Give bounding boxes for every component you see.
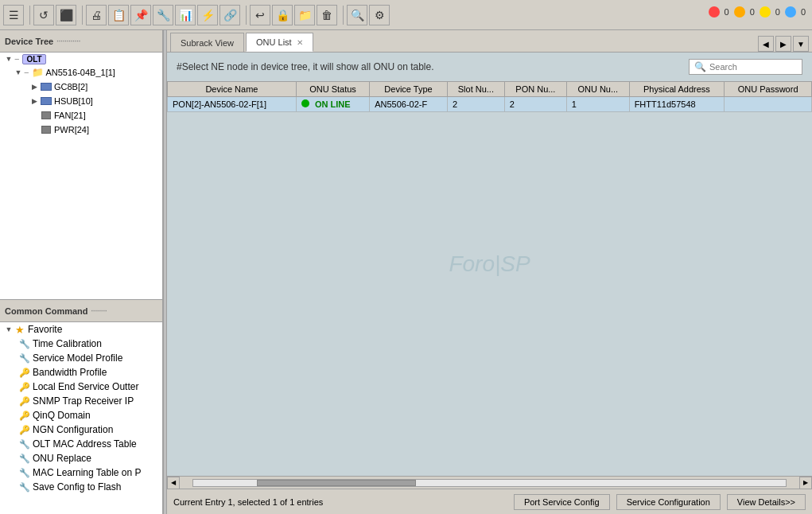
common-item-time-calibration[interactable]: 🔧 Time Calibration — [0, 337, 162, 351]
common-favorite-group[interactable]: ▼ ★ Favorite — [0, 322, 162, 337]
toolbar-pin-btn[interactable]: 📌 — [130, 5, 151, 25]
hscroll-left[interactable]: ◀ — [167, 477, 180, 489]
service-configuration-button[interactable]: Service Configuration — [616, 494, 721, 510]
tab-nav-prev[interactable]: ◀ — [758, 36, 774, 52]
right-panel: Subrack View ONU List ✕ ◀ ▶ ▼ #Select NE… — [167, 30, 812, 514]
table-row[interactable]: PON[2]-AN5506-02-F[1] ON LINE AN5506-02-… — [168, 97, 812, 112]
tab-close-icon[interactable]: ✕ — [297, 38, 303, 47]
cell-device-name: PON[2]-AN5506-02-F[1] — [168, 97, 297, 112]
bottom-bar: Current Entry 1, selected 1 of 1 entries… — [167, 489, 812, 514]
port-service-config-button[interactable]: Port Service Config — [514, 494, 610, 510]
ngn-label: NGN Configuration — [33, 424, 113, 435]
tab-onu-list-label: ONU List — [256, 37, 292, 47]
box-icon-hsub — [40, 95, 52, 107]
search-input[interactable] — [709, 62, 797, 72]
tree-item-hsub[interactable]: ▶ HSUB[10] — [0, 94, 162, 108]
common-command-title: Common Command — [5, 306, 88, 316]
onu-replace-label: ONU Replace — [33, 453, 91, 464]
col-slot-num: Slot Nu... — [447, 82, 504, 97]
search-icon: 🔍 — [694, 61, 706, 72]
table-container: Device Name ONU Status Device Type Slot … — [167, 81, 812, 476]
hscroll[interactable]: ◀ ▶ — [167, 476, 812, 489]
device-tree-header: Device Tree ············ — [0, 30, 162, 53]
tab-subrack-view[interactable]: Subrack View — [170, 33, 244, 52]
pwr-icon — [40, 123, 52, 136]
tl-orange-label: 0 — [750, 7, 755, 17]
tab-nav-dropdown[interactable]: ▼ — [793, 36, 809, 52]
common-item-service-model[interactable]: 🔧 Service Model Profile — [0, 351, 162, 365]
status-text: ON LINE — [315, 99, 351, 109]
tab-nav-next[interactable]: ▶ — [775, 36, 791, 52]
toolbar-sep-4 — [340, 6, 344, 25]
common-item-ngn[interactable]: 🔑 NGN Configuration — [0, 422, 162, 437]
toolbar-stop-btn[interactable]: ⬛ — [56, 5, 76, 25]
common-item-qinq[interactable]: 🔑 QinQ Domain — [0, 408, 162, 422]
box-icon-gc8b — [40, 80, 52, 93]
left-panel: Device Tree ············ ▼ − OLT ▼ − 📁 A… — [0, 30, 163, 514]
wrench-icon-time: 🔧 — [19, 338, 30, 349]
tree-item-gc8b[interactable]: ▶ GC8B[2] — [0, 80, 162, 94]
olt-mac-label: OLT MAC Address Table — [33, 438, 137, 450]
tree-expander-an5516[interactable]: ▼ — [13, 67, 24, 78]
tree-item-fan[interactable]: ▶ FAN[21] — [0, 108, 162, 123]
tl-red — [709, 6, 720, 18]
tree-expander-gc8b[interactable]: ▶ — [29, 81, 40, 92]
toolbar: ☰ ↺ ⬛ 🖨 📋 📌 🔧 📊 ⚡ 🔗 ↩ 🔒 📁 🗑 🔍 ⚙ 0 0 0 0 — [0, 0, 812, 30]
tree-expander-root[interactable]: ▼ — [3, 53, 14, 64]
tree-item-pwr[interactable]: ▶ PWR[24] — [0, 123, 162, 137]
toolbar-menu-btn[interactable]: ☰ — [3, 5, 24, 25]
toolbar-config-btn[interactable]: ⚙ — [369, 5, 390, 25]
hscroll-thumb[interactable] — [257, 480, 416, 486]
device-tree: ▼ − OLT ▼ − 📁 AN5516-04B_1[1] ▶ GC8B[2] — [0, 53, 162, 299]
toolbar-undo-btn[interactable]: ↩ — [250, 5, 270, 25]
common-command-tree: ▼ ★ Favorite 🔧 Time Calibration 🔧 Servic… — [0, 322, 162, 514]
col-pon-num: PON Nu... — [504, 82, 566, 97]
search-box[interactable]: 🔍 — [689, 59, 802, 75]
toolbar-chart-btn[interactable]: 📊 — [175, 5, 196, 25]
tree-item-olt[interactable]: ▼ − OLT — [0, 53, 162, 65]
toolbar-copy-btn[interactable]: 📋 — [108, 5, 129, 25]
wrench-icon-olt-mac: 🔧 — [19, 438, 30, 450]
toolbar-search-btn[interactable]: 🔍 — [347, 5, 367, 25]
snmp-label: SNMP Trap Receiver IP — [33, 395, 134, 407]
key-icon-snmp: 🔑 — [19, 395, 30, 407]
tree-expander-favorite[interactable]: ▼ — [3, 324, 14, 335]
common-item-snmp[interactable]: 🔑 SNMP Trap Receiver IP — [0, 394, 162, 408]
key-icon-qinq: 🔑 — [19, 410, 30, 421]
cell-onu-password — [725, 97, 812, 112]
view-details-button[interactable]: View Details>> — [727, 494, 806, 510]
tab-onu-list[interactable]: ONU List ✕ — [246, 33, 313, 52]
common-item-mac-learning[interactable]: 🔧 MAC Learning Table on P — [0, 465, 162, 480]
common-item-save-config[interactable]: 🔧 Save Config to Flash — [0, 480, 162, 494]
common-item-local-end[interactable]: 🔑 Local End Service Outter — [0, 380, 162, 394]
toolbar-link-btn[interactable]: 🔗 — [220, 5, 240, 25]
tl-blue-label: 0 — [801, 7, 806, 17]
toolbar-folder-btn[interactable]: 📁 — [294, 5, 315, 25]
qinq-label: QinQ Domain — [33, 410, 91, 421]
key-icon-bandwidth: 🔑 — [19, 367, 30, 378]
common-command-header: Common Command ········ — [0, 300, 162, 322]
toolbar-settings-btn[interactable]: 🔧 — [153, 5, 173, 25]
toolbar-flash-btn[interactable]: ⚡ — [197, 5, 218, 25]
hscroll-track[interactable] — [192, 479, 787, 487]
toolbar-sep-2 — [80, 6, 83, 25]
tree-expander-hsub[interactable]: ▶ — [29, 95, 40, 107]
common-item-olt-mac[interactable]: 🔧 OLT MAC Address Table — [0, 437, 162, 451]
onu-table: Device Name ONU Status Device Type Slot … — [167, 81, 812, 112]
toolbar-delete-btn[interactable]: 🗑 — [317, 5, 337, 25]
tree-item-an5516[interactable]: ▼ − 📁 AN5516-04B_1[1] — [0, 65, 162, 80]
gc8b-label: GC8B[2] — [54, 82, 87, 92]
toolbar-print-btn[interactable]: 🖨 — [86, 5, 107, 25]
tl-yellow — [760, 6, 771, 18]
col-physical-address: Physical Address — [629, 82, 725, 97]
hscroll-right[interactable]: ▶ — [799, 477, 812, 489]
tab-subrack-view-label: Subrack View — [181, 38, 234, 48]
status-text: Current Entry 1, selected 1 of 1 entries — [173, 497, 507, 507]
key-icon-ngn: 🔑 — [19, 424, 30, 435]
common-item-onu-replace[interactable]: 🔧 ONU Replace — [0, 451, 162, 465]
tl-orange — [734, 6, 745, 18]
toolbar-lock-btn[interactable]: 🔒 — [272, 5, 293, 25]
content-header: #Select NE node in device tree, it will … — [167, 53, 812, 81]
toolbar-refresh-btn[interactable]: ↺ — [33, 5, 54, 25]
common-item-bandwidth[interactable]: 🔑 Bandwidth Profile — [0, 365, 162, 380]
